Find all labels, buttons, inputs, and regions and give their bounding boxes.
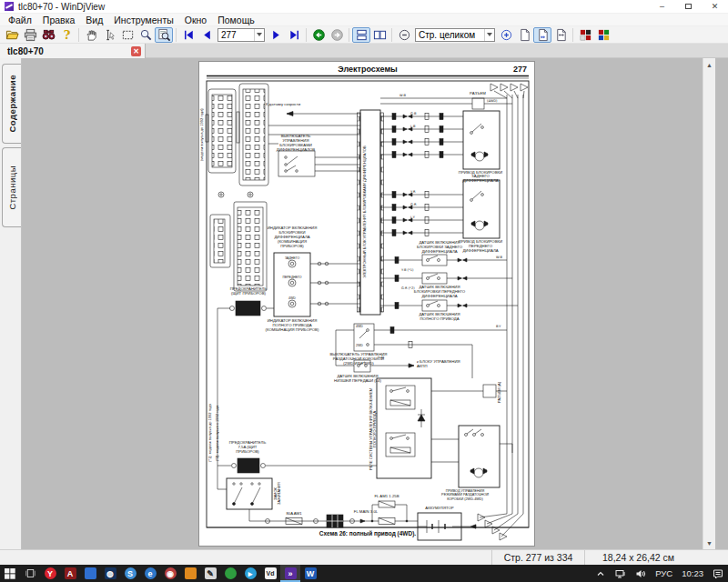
- taskbar-globe-button[interactable]: ◍: [100, 565, 120, 582]
- hidden-icons-chevron[interactable]: [591, 565, 611, 582]
- network-icon: [615, 568, 626, 579]
- taskbar-media-player-button[interactable]: ◉: [160, 565, 180, 582]
- next-page-icon: [269, 28, 283, 42]
- label-rear-sensor: ДАТЧИК ВКЛЮЧЕНИЯ БЛОКИРОВКИ ЗАДНЕГО ДИФФ…: [409, 241, 470, 255]
- color-grid-2-icon: [597, 28, 611, 42]
- action-center-button[interactable]: [708, 565, 728, 582]
- magnifier-button[interactable]: [155, 27, 173, 43]
- taskbar-windjview-button[interactable]: »: [280, 565, 300, 582]
- zoom-level-combo[interactable]: Стр. целиком: [415, 28, 495, 42]
- maximize-button[interactable]: [675, 0, 702, 14]
- toolbar: ?277Стр. целиком: [0, 26, 728, 44]
- zoom-out-button[interactable]: [395, 27, 413, 43]
- telegram-icon: ▸: [245, 567, 257, 579]
- taskbar-editor-button[interactable]: ✎: [200, 565, 220, 582]
- color-grid-2-button[interactable]: [594, 27, 612, 43]
- label-ecu: ЭЛЕКТРОННЫЙ БЛОК УПРАВЛЕНИЯ БЛОКИРОВКАМИ…: [363, 115, 378, 310]
- internet-explorer-icon: e: [145, 567, 157, 579]
- layout-facing-button[interactable]: [370, 27, 389, 43]
- chevron-down-icon[interactable]: [484, 29, 494, 41]
- clock[interactable]: 10:23: [677, 565, 708, 582]
- minimize-button[interactable]: –: [649, 0, 675, 14]
- scroll-up-icon[interactable]: ▲: [703, 58, 715, 71]
- layout-continuous-button[interactable]: [352, 27, 370, 43]
- volume-tray-icon[interactable]: [631, 565, 651, 582]
- editor-icon: ✎: [205, 567, 217, 579]
- forward-button[interactable]: [328, 27, 346, 43]
- sidebar-tab-contents[interactable]: Содержание: [2, 64, 21, 144]
- taskbar-word-button[interactable]: W: [300, 565, 320, 582]
- sidebar-tab-strip: СодержаниеСтраницы: [0, 58, 22, 549]
- sidebar-tab-pages[interactable]: Страницы: [2, 147, 21, 227]
- zoom-in-button[interactable]: [497, 27, 515, 43]
- area-select-button[interactable]: [118, 27, 136, 43]
- label-transfer-switch: ВЫКЛЮЧАТЕЛЬ УПРАВЛЕНИЯ РАЗДАТОЧНОЙ КОРОБ…: [329, 353, 389, 366]
- svg-text:?: ?: [63, 28, 70, 42]
- taskbar-vd-player-button[interactable]: Vd: [260, 565, 280, 582]
- help-button[interactable]: ?: [57, 27, 76, 43]
- fit-page-button[interactable]: [533, 27, 551, 43]
- actual-size-button[interactable]: [515, 27, 533, 43]
- zoom-tool-button[interactable]: [136, 27, 155, 43]
- hand-pan-button[interactable]: [82, 27, 100, 43]
- label-diff-switch: ВЫКЛЮЧАТЕЛЬ УПРАВЛЕНИЯ БЛОКИРОВКАМИ ДИФФ…: [270, 135, 321, 153]
- menu-item-2[interactable]: Вид: [80, 15, 108, 25]
- taskbar-orange-utility-button[interactable]: [180, 565, 200, 582]
- toolbar-separator: [78, 28, 79, 42]
- fit-width-button[interactable]: [551, 27, 570, 43]
- svg-text:(4WD): (4WD): [487, 99, 498, 103]
- menu-item-5[interactable]: Помощь: [212, 15, 260, 25]
- help-icon: ?: [60, 28, 74, 42]
- prev-page-button[interactable]: [197, 27, 216, 43]
- vertical-scrollbar[interactable]: ▲ ▼: [703, 58, 715, 549]
- windjview-window: tlc80+70 - WinDjView – ✕ ФайлПравкаВидИн…: [0, 0, 728, 582]
- taskbar-task-view-button[interactable]: [20, 565, 40, 582]
- close-button[interactable]: ✕: [702, 0, 728, 14]
- text-select-button[interactable]: [100, 27, 118, 43]
- start-button[interactable]: [0, 565, 20, 582]
- language-indicator[interactable]: РУС: [651, 565, 677, 582]
- skype-icon: S: [125, 567, 136, 579]
- back-button[interactable]: [309, 27, 328, 43]
- label-battery: АККУМУЛЯТОР: [412, 507, 467, 511]
- globe-icon: ◍: [105, 567, 116, 579]
- taskbar-skype-button[interactable]: S: [120, 565, 140, 582]
- binoculars-search-icon: [42, 28, 56, 42]
- speaker-icon: [635, 568, 646, 579]
- label-lamp-4wd: 4WD: [276, 296, 308, 300]
- taskbar-pdf-reader-button[interactable]: A: [60, 565, 80, 582]
- label-ignition: ЗАМОК ЗАЖИГАНИЯ: [274, 477, 280, 511]
- binoculars-search-button[interactable]: [39, 27, 57, 43]
- taskbar-yandex-browser-button[interactable]: Y: [40, 565, 60, 582]
- text-select-icon: [103, 28, 116, 42]
- svg-text:W-B: W-B: [496, 256, 503, 259]
- document-tab[interactable]: tlc80+70 ✕: [0, 44, 146, 58]
- label-razyem: РАЗЪЕМ: [464, 92, 491, 96]
- menu-item-4[interactable]: Окно: [179, 15, 212, 25]
- printer-button[interactable]: [21, 27, 39, 43]
- taskbar-internet-explorer-button[interactable]: e: [140, 565, 160, 582]
- scroll-down-icon[interactable]: ▼: [703, 537, 715, 549]
- network-tray-icon[interactable]: [611, 565, 631, 582]
- color-grid-1-icon: [579, 28, 592, 42]
- label-to-at-ecu: к БЛОКУ УПРАВЛЕНИЯ АКПП: [417, 360, 464, 369]
- menu-item-3[interactable]: Инструменты: [108, 15, 178, 25]
- menu-item-1[interactable]: Правка: [37, 15, 80, 25]
- label-transfer-actuator: ПРИВОД УПРАВЛЕНИЯ РЕЖИМАМИ РАЗДАТОЧНОЙ К…: [438, 489, 492, 501]
- chevron-down-icon[interactable]: [254, 29, 264, 41]
- document-workspace: Электросхемы 277: [23, 58, 715, 549]
- zoom-tool-icon: [139, 28, 153, 42]
- taskbar-blue-document-button[interactable]: [80, 565, 100, 582]
- open-folder-button[interactable]: [3, 27, 21, 43]
- next-page-button[interactable]: [267, 27, 285, 43]
- page-number-combo[interactable]: 277: [217, 28, 265, 42]
- taskbar-telegram-button[interactable]: ▸: [240, 565, 260, 582]
- taskbar-green-sphere-button[interactable]: [220, 565, 240, 582]
- first-page-button[interactable]: [179, 27, 197, 43]
- menu-item-0[interactable]: Файл: [3, 15, 37, 25]
- last-page-button[interactable]: [285, 27, 303, 43]
- label-fl-am1: FL AM1 1.25B: [371, 495, 402, 499]
- menu-bar: ФайлПравкаВидИнструментыОкноПомощь: [0, 14, 728, 26]
- color-grid-1-button[interactable]: [576, 27, 594, 43]
- tab-close-icon[interactable]: ✕: [131, 46, 141, 56]
